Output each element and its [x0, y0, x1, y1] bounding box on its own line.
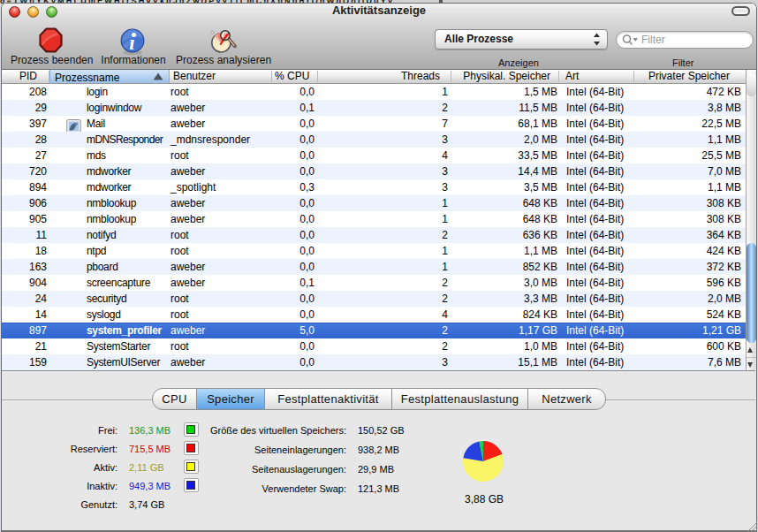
svg-text:ı: ı [129, 32, 134, 54]
